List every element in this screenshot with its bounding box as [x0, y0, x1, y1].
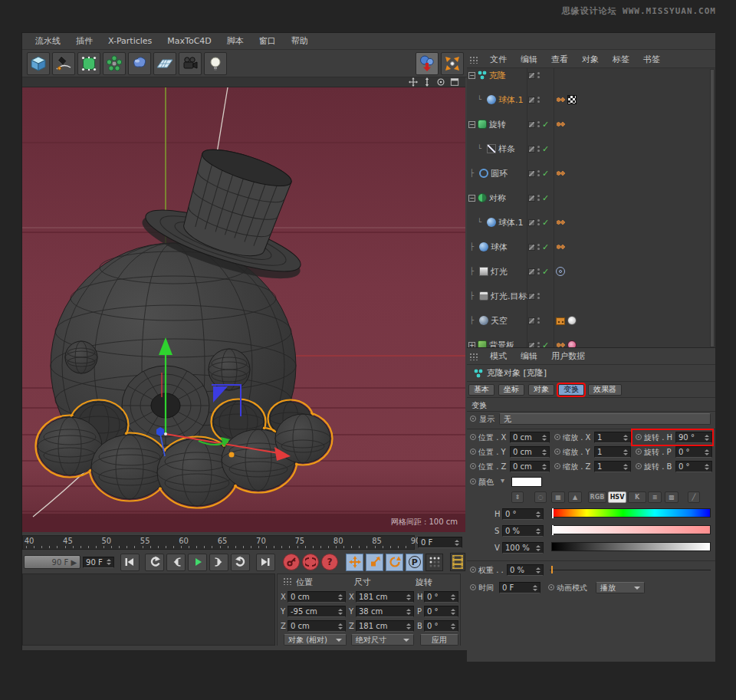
enabled-checkmark-icon[interactable]: ✓ — [542, 169, 550, 179]
slider-handle[interactable] — [552, 525, 554, 535]
play-button[interactable] — [188, 554, 207, 571]
coords-position-field[interactable]: 0 cm — [288, 620, 346, 632]
layer-box-icon[interactable] — [528, 195, 535, 202]
visibility-dots-icon[interactable] — [537, 146, 540, 152]
visibility-cell[interactable] — [528, 314, 550, 327]
key-scale-button[interactable] — [366, 554, 383, 571]
stepper-icon[interactable] — [451, 623, 455, 629]
tag-phong-icon[interactable] — [556, 169, 565, 178]
am-menu-item-0[interactable]: 模式 — [483, 349, 514, 363]
mode-K-button[interactable]: K — [628, 491, 646, 503]
tab-坐标[interactable]: 坐标 — [498, 384, 524, 396]
om-menu-item-2[interactable]: 查看 — [544, 52, 575, 67]
scale-field[interactable]: 1 — [594, 461, 631, 472]
record-keyframe-button[interactable] — [283, 554, 300, 570]
stepper-icon[interactable] — [536, 511, 540, 518]
spectrum-icon[interactable]: ▦ — [551, 491, 565, 503]
keyframe-help-button[interactable]: ? — [321, 554, 338, 570]
stepper-icon[interactable] — [705, 435, 709, 441]
keyframe-dot-icon[interactable] — [470, 449, 476, 455]
image-picker-icon[interactable]: ▲ — [568, 491, 582, 503]
apply-button[interactable]: 应用 — [420, 634, 458, 646]
visibility-cell[interactable]: ✓ — [528, 118, 550, 130]
panel-grip-icon[interactable] — [283, 577, 292, 585]
anim-mode-dropdown[interactable]: 播放 — [596, 582, 645, 593]
visibility-dots-icon[interactable] — [537, 97, 540, 103]
visibility-dots-icon[interactable] — [537, 121, 540, 127]
layer-box-icon[interactable] — [528, 97, 535, 104]
stepper-icon[interactable] — [338, 623, 343, 629]
hsv-field[interactable]: 100 % — [502, 542, 544, 554]
panel-grip-icon[interactable] — [469, 353, 478, 360]
visibility-dots-icon[interactable] — [537, 244, 540, 250]
object-row-圆环[interactable]: ├圆环✓ — [467, 167, 715, 179]
tag-phong-icon[interactable] — [556, 340, 565, 348]
keyframe-dot-icon[interactable] — [470, 567, 476, 573]
weight-slider-handle[interactable] — [551, 566, 553, 573]
slider-handle[interactable] — [552, 508, 554, 518]
visibility-cell[interactable]: ✓ — [528, 265, 550, 278]
enabled-checkmark-icon[interactable]: ✓ — [542, 193, 550, 203]
main-menu-item-1[interactable]: 插件 — [69, 34, 100, 48]
visibility-cell[interactable]: ✓ — [528, 241, 550, 253]
visibility-cell[interactable]: ✓ — [528, 192, 550, 204]
tag-phong-icon[interactable] — [556, 120, 565, 129]
viewport-canvas[interactable] — [22, 87, 465, 532]
layer-box-icon[interactable] — [528, 170, 535, 177]
tag-phong-icon[interactable] — [556, 95, 565, 104]
rotation-field[interactable]: 0 ° — [675, 446, 712, 458]
keyframe-dot-icon[interactable] — [548, 584, 554, 590]
keyframe-dot-icon[interactable] — [554, 449, 560, 455]
timeline-power-slider[interactable]: 90 F ▶ — [24, 555, 80, 569]
stepper-icon[interactable] — [542, 464, 547, 470]
om-menu-item-4[interactable]: 标签 — [606, 52, 636, 67]
size-mode-dropdown[interactable]: 绝对尺寸 — [351, 634, 414, 646]
main-menu-item-6[interactable]: 帮助 — [284, 34, 315, 48]
viewport[interactable]: 网格间距 : 100 cm — [22, 77, 465, 532]
coords-size-field[interactable]: 181 cm — [356, 591, 414, 603]
layer-box-icon[interactable] — [528, 268, 535, 275]
color-collapse-caret-icon[interactable]: ▾ — [501, 476, 504, 485]
om-menu-item-3[interactable]: 对象 — [575, 52, 606, 67]
layer-box-icon[interactable] — [528, 342, 535, 349]
keyframe-dot-icon[interactable] — [554, 463, 560, 469]
scale-field[interactable]: 1 — [594, 446, 631, 458]
layer-box-icon[interactable] — [528, 293, 535, 300]
main-menu-item-2[interactable]: X-Particles — [101, 35, 159, 48]
object-row-背景板[interactable]: +背景板✓ — [467, 339, 715, 348]
main-menu-item-0[interactable]: 流水线 — [28, 34, 67, 48]
stepper-icon[interactable] — [451, 594, 455, 600]
visibility-cell[interactable]: ✓ — [528, 339, 550, 348]
coords-position-field[interactable]: 0 cm — [288, 591, 346, 603]
metaball-icon[interactable] — [128, 52, 151, 75]
stepper-icon[interactable] — [536, 528, 540, 534]
layer-box-icon[interactable] — [528, 121, 535, 128]
coords-position-field[interactable]: -95 cm — [288, 606, 346, 617]
autokey-button[interactable] — [302, 554, 319, 570]
key-position-button[interactable] — [346, 554, 363, 571]
timeline-ruler[interactable]: 4045505560657075808590 — [22, 535, 415, 550]
key-pla-button[interactable] — [426, 554, 443, 571]
weight-slider[interactable] — [550, 570, 711, 570]
visibility-dots-icon[interactable] — [537, 219, 540, 225]
enabled-checkmark-icon[interactable]: ✓ — [542, 218, 550, 228]
stepper-icon[interactable] — [338, 609, 343, 615]
keyframe-dot-icon[interactable] — [636, 449, 642, 455]
tag-checker-icon[interactable] — [567, 95, 577, 104]
camera-icon[interactable] — [179, 52, 202, 75]
keyframe-dot-icon[interactable] — [470, 478, 476, 485]
stepper-icon[interactable] — [542, 435, 547, 441]
keyframe-dot-icon[interactable] — [470, 434, 476, 440]
main-menu-item-5[interactable]: 窗口 — [252, 34, 283, 48]
object-row-旋转[interactable]: −旋转✓ — [467, 118, 715, 130]
goto-start-button[interactable] — [120, 554, 140, 571]
object-row-克隆[interactable]: −克隆 — [467, 69, 715, 81]
object-row-灯光.目标.1[interactable]: ├灯光.目标.1 — [467, 290, 715, 302]
hsv-gradient-slider[interactable] — [551, 508, 711, 518]
keyframe-dot-icon[interactable] — [470, 463, 476, 469]
coords-size-field[interactable]: 181 cm — [356, 620, 414, 632]
stepper-icon[interactable] — [338, 594, 343, 600]
keyframe-dot-icon[interactable] — [636, 434, 642, 440]
stepper-icon[interactable] — [542, 449, 547, 455]
cloner-drop-icon[interactable] — [416, 52, 439, 75]
